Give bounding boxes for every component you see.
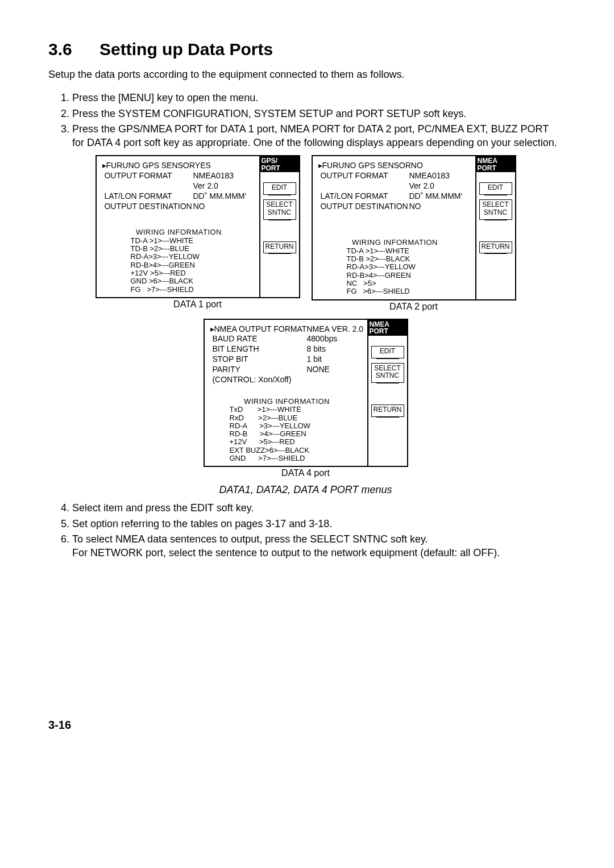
return-softkey[interactable]: RETURN [479, 241, 512, 254]
select-sntnc-softkey[interactable]: SELECT SNTNC [263, 199, 296, 220]
row-label: ▸NMEA OUTPUT FORMAT [210, 324, 307, 335]
row-label: LAT/LON FORMAT [320, 191, 388, 201]
step-5: Set option referring to the tables on pa… [72, 518, 563, 531]
row-value: 1 bit [307, 354, 322, 365]
row-label: LAT/LON FORMAT [104, 191, 172, 201]
section-number: 3.6 [48, 40, 72, 59]
row-label: PARITY [212, 365, 240, 374]
wiring-title: WIRING INFORMATION [210, 398, 364, 406]
row-value: NMEA VER. 2.0 [307, 324, 364, 335]
step-list-bottom: Select item and press the EDIT soft key.… [48, 502, 563, 560]
step-2: Press the SYSTEM CONFIGURATION, SYSTEM S… [72, 107, 563, 120]
row-label: OUTPUT FORMAT [320, 171, 388, 180]
step-list-top: Press the [MENU] key to open the menu. P… [48, 91, 563, 149]
screen-caption: DATA 4 port [281, 468, 330, 478]
row-label: BIT LENGTH [212, 344, 259, 353]
row-value: Ver 2.0 [409, 181, 434, 191]
edit-softkey[interactable]: EDIT [479, 182, 512, 195]
page-number: 3-16 [48, 719, 563, 732]
wiring-title: WIRING INFORMATION [318, 239, 472, 247]
data4-port-screen: ▸NMEA OUTPUT FORMATNMEA VER. 2.0 BAUD RA… [204, 319, 408, 468]
data2-port-screen: ▸FURUNO GPS SENSORNO OUTPUT FORMATNMEA01… [312, 155, 516, 301]
row-value: NO [411, 161, 423, 171]
wiring-lines: TxD >1>---WHITE RxD >2>---BLUE RD-A >3>-… [230, 406, 364, 462]
row-label: OUTPUT DESTINATION [320, 202, 408, 211]
section-heading: 3.6 Setting up Data Ports [48, 40, 563, 59]
data1-port-screen: ▸FURUNO GPS SENSORYES OUTPUT FORMATNMEA0… [96, 155, 300, 298]
step-1: Press the [MENU] key to open the menu. [72, 91, 563, 105]
row-value: DD˚ MM.MMM' [409, 191, 463, 202]
row-label: STOP BIT [212, 354, 248, 364]
edit-softkey[interactable]: EDIT [371, 346, 404, 358]
step-3: Press the GPS/NMEA PORT for DATA 1 port,… [72, 123, 563, 149]
row-value: Ver 2.0 [193, 181, 218, 191]
row-label [102, 181, 193, 191]
return-softkey[interactable]: RETURN [371, 404, 404, 417]
screen-header: NMEA PORT [476, 156, 515, 172]
row-label: OUTPUT DESTINATION [104, 202, 192, 211]
row-value: NO [409, 202, 421, 212]
row-value: DD˚ MM.MMM' [193, 191, 247, 202]
section-title: Setting up Data Ports [99, 40, 273, 59]
row-value: NO [193, 202, 205, 212]
row-value: YES [195, 161, 211, 171]
intro-paragraph: Setup the data ports according to the eq… [48, 68, 563, 81]
row-label: (CONTROL: Xon/Xoff) [212, 375, 291, 384]
row-label: ▸FURUNO GPS SENSOR [102, 161, 195, 171]
screen-header: NMEA PORT [368, 320, 407, 336]
wiring-lines: TD-A >1>---WHITE TD-B >2>---BLACK RD-A>3… [347, 247, 472, 296]
screen-caption: DATA 2 port [389, 302, 438, 312]
wiring-lines: TD-A >1>---WHITE TD-B >2>---BLUE RD-A>3>… [131, 237, 256, 294]
row-label [318, 181, 409, 191]
row-value: NMEA0183 [193, 171, 234, 181]
return-softkey[interactable]: RETURN [263, 241, 296, 254]
row-value: NMEA0183 [409, 171, 450, 181]
select-sntnc-softkey[interactable]: SELECT SNTNC [479, 199, 512, 220]
step-6: To select NMEA data sentences to output,… [72, 533, 563, 560]
wiring-title: WIRING INFORMATION [102, 228, 256, 236]
row-value: NONE [307, 365, 330, 375]
screen-header: GPS/ PORT [260, 156, 299, 172]
row-value: 4800bps [307, 334, 338, 344]
screen-caption: DATA 1 port [173, 299, 222, 310]
row-label: ▸FURUNO GPS SENSOR [318, 161, 411, 171]
figure-caption: DATA1, DATA2, DATA 4 PORT menus [48, 484, 563, 496]
edit-softkey[interactable]: EDIT [263, 182, 296, 195]
row-label: BAUD RATE [212, 334, 257, 343]
row-value: 8 bits [307, 344, 326, 354]
select-sntnc-softkey[interactable]: SELECT SNTNC [371, 363, 404, 383]
step-4: Select item and press the EDIT soft key. [72, 502, 563, 515]
row-label: OUTPUT FORMAT [104, 171, 172, 180]
